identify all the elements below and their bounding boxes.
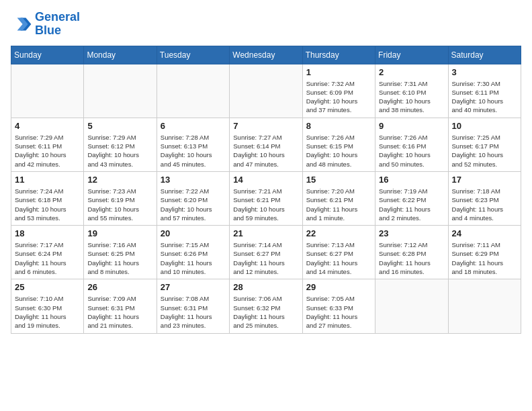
day-number: 17 bbox=[452, 175, 517, 185]
day-info: Sunrise: 7:21 AM Sunset: 6:21 PM Dayligh… bbox=[233, 187, 298, 222]
day-number: 21 bbox=[233, 228, 298, 238]
calendar-cell: 10Sunrise: 7:25 AM Sunset: 6:17 PM Dayli… bbox=[448, 118, 521, 171]
logo: General Blue bbox=[11, 11, 80, 38]
calendar-cell: 7Sunrise: 7:27 AM Sunset: 6:14 PM Daylig… bbox=[230, 118, 302, 171]
weekday-header-wednesday: Wednesday bbox=[230, 46, 302, 64]
day-number: 15 bbox=[306, 175, 371, 185]
calendar-cell: 15Sunrise: 7:20 AM Sunset: 6:21 PM Dayli… bbox=[302, 171, 375, 225]
day-info: Sunrise: 7:15 AM Sunset: 6:26 PM Dayligh… bbox=[161, 240, 226, 276]
day-number: 5 bbox=[87, 121, 152, 131]
calendar-week-row: 25Sunrise: 7:10 AM Sunset: 6:30 PM Dayli… bbox=[11, 279, 521, 333]
day-info: Sunrise: 7:08 AM Sunset: 6:31 PM Dayligh… bbox=[161, 294, 226, 330]
calendar-cell: 17Sunrise: 7:18 AM Sunset: 6:23 PM Dayli… bbox=[448, 171, 521, 225]
calendar-cell: 11Sunrise: 7:24 AM Sunset: 6:18 PM Dayli… bbox=[11, 171, 84, 225]
day-info: Sunrise: 7:30 AM Sunset: 6:11 PM Dayligh… bbox=[452, 79, 517, 115]
weekday-header-saturday: Saturday bbox=[448, 46, 521, 64]
day-number: 23 bbox=[379, 228, 444, 238]
weekday-header-monday: Monday bbox=[84, 46, 157, 64]
calendar-cell: 20Sunrise: 7:15 AM Sunset: 6:26 PM Dayli… bbox=[157, 226, 229, 279]
calendar-cell bbox=[157, 64, 229, 118]
day-number: 8 bbox=[306, 121, 371, 131]
day-info: Sunrise: 7:32 AM Sunset: 6:09 PM Dayligh… bbox=[306, 79, 371, 115]
day-info: Sunrise: 7:17 AM Sunset: 6:24 PM Dayligh… bbox=[15, 240, 80, 276]
calendar-cell bbox=[375, 279, 448, 333]
day-number: 3 bbox=[452, 67, 517, 77]
day-number: 14 bbox=[233, 175, 298, 185]
calendar-cell: 8Sunrise: 7:26 AM Sunset: 6:15 PM Daylig… bbox=[302, 118, 375, 171]
calendar-cell: 27Sunrise: 7:08 AM Sunset: 6:31 PM Dayli… bbox=[157, 279, 229, 333]
day-info: Sunrise: 7:24 AM Sunset: 6:18 PM Dayligh… bbox=[15, 187, 80, 222]
day-number: 27 bbox=[161, 282, 226, 292]
calendar-cell: 1Sunrise: 7:32 AM Sunset: 6:09 PM Daylig… bbox=[302, 64, 375, 118]
logo-text: General Blue bbox=[35, 11, 80, 38]
page-header: General Blue bbox=[11, 11, 521, 38]
calendar-cell: 5Sunrise: 7:29 AM Sunset: 6:12 PM Daylig… bbox=[84, 118, 157, 171]
day-info: Sunrise: 7:29 AM Sunset: 6:11 PM Dayligh… bbox=[15, 133, 80, 169]
calendar-week-row: 18Sunrise: 7:17 AM Sunset: 6:24 PM Dayli… bbox=[11, 226, 521, 279]
calendar-week-row: 1Sunrise: 7:32 AM Sunset: 6:09 PM Daylig… bbox=[11, 64, 521, 118]
calendar-cell: 4Sunrise: 7:29 AM Sunset: 6:11 PM Daylig… bbox=[11, 118, 84, 171]
calendar-cell bbox=[230, 64, 302, 118]
day-info: Sunrise: 7:29 AM Sunset: 6:12 PM Dayligh… bbox=[87, 133, 152, 169]
day-info: Sunrise: 7:26 AM Sunset: 6:15 PM Dayligh… bbox=[306, 133, 371, 169]
calendar-cell: 2Sunrise: 7:31 AM Sunset: 6:10 PM Daylig… bbox=[375, 64, 448, 118]
day-number: 9 bbox=[379, 121, 444, 131]
day-number: 11 bbox=[15, 175, 80, 185]
calendar-cell: 21Sunrise: 7:14 AM Sunset: 6:27 PM Dayli… bbox=[230, 226, 302, 279]
calendar-cell: 24Sunrise: 7:11 AM Sunset: 6:29 PM Dayli… bbox=[448, 226, 521, 279]
day-info: Sunrise: 7:22 AM Sunset: 6:20 PM Dayligh… bbox=[161, 187, 226, 222]
calendar-cell: 23Sunrise: 7:12 AM Sunset: 6:28 PM Dayli… bbox=[375, 226, 448, 279]
day-number: 6 bbox=[161, 121, 226, 131]
day-number: 16 bbox=[379, 175, 444, 185]
day-info: Sunrise: 7:13 AM Sunset: 6:27 PM Dayligh… bbox=[306, 240, 371, 276]
weekday-header-friday: Friday bbox=[375, 46, 448, 64]
day-number: 18 bbox=[15, 228, 80, 238]
calendar-cell: 25Sunrise: 7:10 AM Sunset: 6:30 PM Dayli… bbox=[11, 279, 84, 333]
day-number: 4 bbox=[15, 121, 80, 131]
day-info: Sunrise: 7:26 AM Sunset: 6:16 PM Dayligh… bbox=[379, 133, 444, 169]
day-number: 29 bbox=[306, 282, 371, 292]
day-info: Sunrise: 7:25 AM Sunset: 6:17 PM Dayligh… bbox=[452, 133, 517, 169]
weekday-header-tuesday: Tuesday bbox=[157, 46, 229, 64]
day-info: Sunrise: 7:28 AM Sunset: 6:13 PM Dayligh… bbox=[161, 133, 226, 169]
calendar-cell: 28Sunrise: 7:06 AM Sunset: 6:32 PM Dayli… bbox=[230, 279, 302, 333]
day-number: 2 bbox=[379, 67, 444, 77]
day-info: Sunrise: 7:16 AM Sunset: 6:25 PM Dayligh… bbox=[87, 240, 152, 276]
day-number: 10 bbox=[452, 121, 517, 131]
day-number: 22 bbox=[306, 228, 371, 238]
calendar-cell: 9Sunrise: 7:26 AM Sunset: 6:16 PM Daylig… bbox=[375, 118, 448, 171]
calendar-cell: 12Sunrise: 7:23 AM Sunset: 6:19 PM Dayli… bbox=[84, 171, 157, 225]
weekday-header-thursday: Thursday bbox=[302, 46, 375, 64]
day-info: Sunrise: 7:10 AM Sunset: 6:30 PM Dayligh… bbox=[15, 294, 80, 330]
day-info: Sunrise: 7:31 AM Sunset: 6:10 PM Dayligh… bbox=[379, 79, 444, 115]
calendar-cell: 22Sunrise: 7:13 AM Sunset: 6:27 PM Dayli… bbox=[302, 226, 375, 279]
calendar-cell bbox=[11, 64, 84, 118]
calendar-cell: 6Sunrise: 7:28 AM Sunset: 6:13 PM Daylig… bbox=[157, 118, 229, 171]
day-number: 20 bbox=[161, 228, 226, 238]
calendar-cell bbox=[84, 64, 157, 118]
calendar-week-row: 11Sunrise: 7:24 AM Sunset: 6:18 PM Dayli… bbox=[11, 171, 521, 225]
day-info: Sunrise: 7:06 AM Sunset: 6:32 PM Dayligh… bbox=[233, 294, 298, 330]
day-number: 1 bbox=[306, 67, 371, 77]
calendar-cell: 14Sunrise: 7:21 AM Sunset: 6:21 PM Dayli… bbox=[230, 171, 302, 225]
calendar-week-row: 4Sunrise: 7:29 AM Sunset: 6:11 PM Daylig… bbox=[11, 118, 521, 171]
calendar-cell: 18Sunrise: 7:17 AM Sunset: 6:24 PM Dayli… bbox=[11, 226, 84, 279]
day-number: 13 bbox=[161, 175, 226, 185]
day-number: 26 bbox=[87, 282, 152, 292]
day-info: Sunrise: 7:05 AM Sunset: 6:33 PM Dayligh… bbox=[306, 294, 371, 330]
day-info: Sunrise: 7:14 AM Sunset: 6:27 PM Dayligh… bbox=[233, 240, 298, 276]
day-number: 7 bbox=[233, 121, 298, 131]
calendar-cell: 16Sunrise: 7:19 AM Sunset: 6:22 PM Dayli… bbox=[375, 171, 448, 225]
logo-icon bbox=[11, 13, 32, 35]
calendar-cell: 19Sunrise: 7:16 AM Sunset: 6:25 PM Dayli… bbox=[84, 226, 157, 279]
day-number: 19 bbox=[87, 228, 152, 238]
day-info: Sunrise: 7:18 AM Sunset: 6:23 PM Dayligh… bbox=[452, 187, 517, 222]
day-info: Sunrise: 7:23 AM Sunset: 6:19 PM Dayligh… bbox=[87, 187, 152, 222]
weekday-header-sunday: Sunday bbox=[11, 46, 84, 64]
calendar-cell bbox=[448, 279, 521, 333]
day-info: Sunrise: 7:27 AM Sunset: 6:14 PM Dayligh… bbox=[233, 133, 298, 169]
calendar-cell: 29Sunrise: 7:05 AM Sunset: 6:33 PM Dayli… bbox=[302, 279, 375, 333]
day-info: Sunrise: 7:11 AM Sunset: 6:29 PM Dayligh… bbox=[452, 240, 517, 276]
day-number: 24 bbox=[452, 228, 517, 238]
calendar-cell: 26Sunrise: 7:09 AM Sunset: 6:31 PM Dayli… bbox=[84, 279, 157, 333]
